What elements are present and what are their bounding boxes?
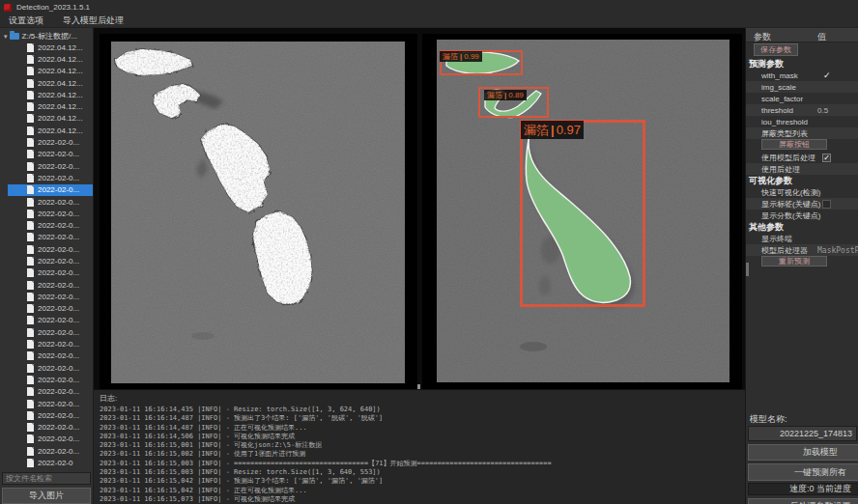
tree-item-label: 2022.04.12... xyxy=(38,114,83,123)
tree-item-label: 2022-02-0... xyxy=(38,174,79,182)
tree-item-label: 2022.04.12... xyxy=(38,91,83,99)
file-icon xyxy=(27,376,34,384)
model-name-label: 模型名称: xyxy=(750,413,787,426)
right-image[interactable] xyxy=(437,40,729,382)
param-label: 可视化参数 xyxy=(746,175,792,187)
menu-bar: 设置选项 导入模型后处理 xyxy=(0,14,858,28)
tree-item-label: 2022.04.12... xyxy=(38,43,83,52)
tree-item[interactable]: 2022-02-0... xyxy=(0,398,93,409)
file-icon xyxy=(27,304,34,313)
tree-item[interactable]: 2022-02-0... xyxy=(0,445,93,457)
tree-item-label: 2022-02-0... xyxy=(38,340,79,349)
tree-item[interactable]: 2022-02-0... xyxy=(0,267,93,279)
tree-item[interactable]: 2022-02-0... xyxy=(0,422,93,434)
left-image-panel xyxy=(100,34,417,391)
tree-item[interactable]: 2022-02-0... xyxy=(0,172,93,183)
tree-item[interactable]: 2022.04.12... xyxy=(0,66,93,77)
model-name-field[interactable]: 20221225_174813 xyxy=(748,426,857,441)
file-icon xyxy=(27,102,34,111)
log-line: 2023-01-11 16:16:15,001 |INFO| - 可视化json… xyxy=(100,441,745,450)
tree-item[interactable]: 2022-02-0... xyxy=(0,434,93,445)
tree-item-label: 2022-02-0... xyxy=(38,423,79,432)
menu-item-import-postprocess[interactable]: 导入模型后处理 xyxy=(63,14,124,27)
tree-expand-icon[interactable]: ▾ xyxy=(4,33,8,41)
tree-item[interactable]: 2022-02-0... xyxy=(0,374,93,385)
tree-item[interactable]: 2022.04.12... xyxy=(0,125,93,136)
tree-item[interactable]: 2022-02-0... xyxy=(0,326,93,338)
tree-item[interactable]: 2022-02-0... xyxy=(0,350,93,362)
tree-item[interactable]: 2022-02-0... xyxy=(0,303,93,315)
tree-item[interactable]: 2022-02-0... xyxy=(0,160,93,172)
tree-item-label: 2022-02-0... xyxy=(38,364,79,373)
param-label: iou_threshold xyxy=(746,118,808,126)
tree-item[interactable]: 2022.04.12... xyxy=(0,77,93,89)
tree-item-label: 2022-02-0 xyxy=(38,459,72,467)
save-params-button[interactable]: 保存参数 xyxy=(754,43,798,56)
tree-item[interactable]: 2022-02-0... xyxy=(0,208,93,219)
app-icon xyxy=(4,4,12,12)
param-group: 其他参数 xyxy=(746,221,858,233)
param-value: 0.5 xyxy=(817,106,828,115)
tree-item[interactable]: 2022.04.12... xyxy=(0,42,93,53)
file-icon xyxy=(27,185,34,194)
tree-item[interactable]: 2022-02-0... xyxy=(0,243,93,255)
tree-item-label: 2022-02-0... xyxy=(38,150,79,158)
file-icon xyxy=(27,340,34,349)
tree-item[interactable]: 2022-02-0... xyxy=(0,279,93,291)
file-icon xyxy=(27,79,34,88)
param-action-button[interactable]: 屏蔽按钮 xyxy=(761,139,827,150)
load-model-button[interactable]: 加载模型 xyxy=(748,444,858,461)
tree-item-label: 2022-02-0... xyxy=(38,185,79,194)
tree-item[interactable]: 2022.04.12... xyxy=(0,113,93,125)
menu-item-settings[interactable]: 设置选项 xyxy=(9,14,43,27)
log-title: 日志: xyxy=(100,393,745,404)
tree-item[interactable]: 2022-02-0... xyxy=(0,291,93,302)
tree-item[interactable]: 2022-02-0... xyxy=(0,219,93,231)
tree-item[interactable]: 2022.04.12... xyxy=(0,100,93,112)
tree-item[interactable]: 2022-02-0... xyxy=(0,409,93,421)
log-line: 2023-01-11 16:16:14,506 |INFO| - 可视化预测结果… xyxy=(100,433,745,441)
param-row: scale_factor xyxy=(746,93,858,104)
predict-all-button[interactable]: 一键预测所有 xyxy=(748,463,858,481)
param-label: 模型后处理器 xyxy=(746,245,808,256)
tree-item[interactable]: 2022-02-0 xyxy=(0,457,93,468)
file-icon xyxy=(27,316,34,324)
tree-item[interactable]: 2022.04.12... xyxy=(0,89,93,100)
tree-item[interactable]: 2022-02-0... xyxy=(0,196,93,208)
tree-item[interactable]: 2022-02-0... xyxy=(0,136,93,148)
param-label: with_mask xyxy=(746,71,798,80)
tree-item[interactable]: 2022-02-0... xyxy=(0,315,93,326)
file-icon xyxy=(27,268,34,277)
param-label: 显示分数(关键点) xyxy=(746,210,820,221)
param-action-button[interactable]: 重新预测 xyxy=(761,256,827,266)
tree-item[interactable]: 2022.04.12... xyxy=(0,53,93,65)
left-image[interactable] xyxy=(111,42,405,383)
tree-item[interactable]: 2022-02-0... xyxy=(0,184,93,196)
tree-item[interactable]: 2022-02-0... xyxy=(0,386,93,398)
tree-item[interactable]: 2022-02-0... xyxy=(0,255,93,266)
checkbox-checked[interactable]: ✓ xyxy=(822,154,831,162)
file-icon xyxy=(27,138,34,147)
search-input[interactable] xyxy=(2,472,91,485)
file-icon xyxy=(27,91,34,99)
tree-item[interactable]: 2022-02-0... xyxy=(0,232,93,243)
file-icon xyxy=(27,434,34,443)
tree-item[interactable]: 2022-02-0... xyxy=(0,149,93,160)
checkbox-unchecked[interactable] xyxy=(822,200,831,209)
log-line: 2023-01-11 16:16:14,435 |INFO| - Resize:… xyxy=(100,406,745,414)
tree-item[interactable]: 2022-02-0... xyxy=(0,362,93,374)
import-images-button[interactable]: 导入图片 xyxy=(2,488,91,504)
param-row: 显示终端 xyxy=(746,233,858,244)
file-icon xyxy=(27,150,34,158)
params-scrollbar[interactable] xyxy=(746,263,749,276)
tree-item-label: 2022-02-0... xyxy=(38,233,79,241)
file-icon xyxy=(27,233,34,241)
param-row: 显示标签(关键点) xyxy=(746,198,858,210)
param-label: 快速可视化(检测) xyxy=(746,187,820,198)
param-label: 预测参数 xyxy=(746,58,784,70)
param-label: 显示终端 xyxy=(746,234,792,244)
tree-item-label: 2022-02-0... xyxy=(38,281,79,290)
postprocess-settings-button[interactable]: 后处理参数设置 xyxy=(748,498,858,504)
tree-item-label: 2022-02-0... xyxy=(38,328,79,337)
tree-item[interactable]: 2022-02-0... xyxy=(0,338,93,350)
